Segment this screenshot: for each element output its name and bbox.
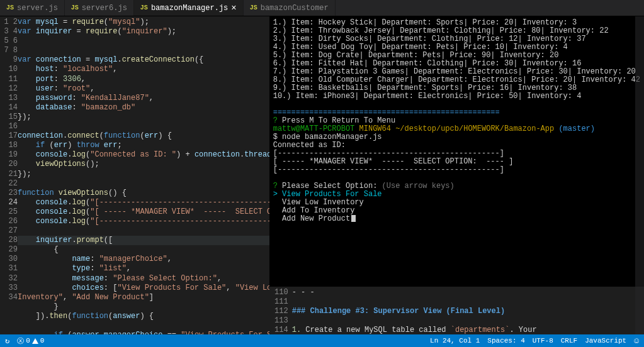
feedback-icon[interactable]: ☺ <box>634 336 639 346</box>
md-inline-code: `departments` <box>451 326 510 334</box>
menu-option-selected[interactable]: > View Products For Sale <box>273 190 382 199</box>
menu-option[interactable]: Add To Inventory <box>282 206 354 215</box>
terminal-box: [---------------------------------------… <box>273 149 504 158</box>
terminal-line: 6.) Item: Fitted Hat| Department: Clothi… <box>273 59 582 68</box>
md-line: - - - <box>292 288 315 297</box>
js-icon: JS <box>6 4 14 11</box>
prompt-path: ~/desktop/upcb/HOMEWORK/Bamazon-App <box>395 124 554 133</box>
tab-bamazon-manager[interactable]: JS bamazonManager.js × <box>134 0 244 16</box>
terminal-line: 1.) Item: Hockey Stick| Department: Spor… <box>273 18 577 27</box>
cursor-position[interactable]: Ln 24, Col 1 <box>430 337 480 344</box>
encoding[interactable]: UTF-8 <box>533 337 553 344</box>
terminal-line: 4.) Item: Used Dog Toy| Department: Pets… <box>273 43 568 52</box>
select-option-label: Please Select Option: <box>282 182 377 190</box>
error-icon: ⓧ <box>17 336 24 346</box>
md-heading: ### Challenge #3: Supervisor View (Final… <box>292 307 505 316</box>
question-mark-icon: ? <box>273 182 278 190</box>
scrollbar[interactable] <box>635 16 644 338</box>
md-gutter: 110 111 112 113 114 <box>269 287 292 338</box>
tab-label: bamazonManager.js <box>151 4 228 13</box>
prompt-user: mattw@MATT-PCROBOT <box>273 124 355 133</box>
menu-option[interactable]: Add New Product <box>282 214 356 223</box>
md-list-num: 1. <box>292 326 301 334</box>
language-mode[interactable]: JavaScript <box>585 337 626 344</box>
warning-icon <box>32 338 38 344</box>
terminal-line: 7.) Item: Playstation 3 Games| Departmen… <box>273 67 636 76</box>
terminal-box: [---------------------------------------… <box>273 165 504 174</box>
hint-text: (Use arrow keys) <box>382 182 455 190</box>
terminal-box: [ ----- *MANAGER VIEW* ----- SELECT OPTI… <box>273 157 514 166</box>
right-pane: 1.) Item: Hockey Stick| Department: Spor… <box>269 16 644 338</box>
tab-bamazon-customer[interactable]: JS bamazonCustomer <box>244 0 336 16</box>
tab-label: server6.js <box>82 4 127 13</box>
terminal[interactable]: 1.) Item: Hockey Stick| Department: Spor… <box>269 16 644 287</box>
terminal-line: 9.) Item: Basketballs| Department: Sport… <box>273 84 577 92</box>
markdown-pane[interactable]: 110 111 112 113 114 - - - ### Challenge … <box>269 287 644 338</box>
md-text: . Your <box>509 326 536 334</box>
editor-pane[interactable]: 1 2 3 4 5 6 7 8 9 10 11 12 13 14 15 16 1… <box>0 16 269 338</box>
tab-label: server.js <box>17 4 58 13</box>
menu-option[interactable]: View Low Inventory <box>282 198 364 207</box>
main-split: 1 2 3 4 5 6 7 8 9 10 11 12 13 14 15 16 1… <box>0 16 644 338</box>
terminal-line: 2.) Item: Throwback Jersey| Department: … <box>273 26 609 35</box>
terminal-line: 8.) Item: Old Computer Charger| Departme… <box>273 75 640 84</box>
md-text: Create a new MySQL table called <box>301 326 451 334</box>
md-code[interactable]: - - - ### Challenge #3: Supervisor View … <box>292 287 644 338</box>
sync-button[interactable]: ↻ <box>5 336 9 346</box>
tab-server-js[interactable]: JS server.js <box>0 0 65 16</box>
terminal-line: 10.) Item: iPhone3| Department: Electron… <box>273 92 582 101</box>
question-mark-icon: ? <box>273 116 278 125</box>
tab-server6-js[interactable]: JS server6.js <box>65 0 134 16</box>
press-m-prompt: Press M To Return To Menu <box>282 116 395 125</box>
sync-icon: ↻ <box>5 336 9 346</box>
tab-bar: JS server.js JS server6.js JS bamazonMan… <box>0 0 644 16</box>
problems-button[interactable]: ⓧ0 0 <box>17 336 44 346</box>
terminal-command: $ node bamazonManager.js <box>273 133 382 141</box>
terminal-line: 5.) Item: Dog Crate| Department: Pets| P… <box>273 51 559 60</box>
js-icon: JS <box>140 4 148 11</box>
status-bar: ↻ ⓧ0 0 Ln 24, Col 1 Spaces: 4 UTF-8 CRLF… <box>0 334 644 347</box>
code-area[interactable]: var mysql = require("mysql"); var inquir… <box>18 16 269 338</box>
terminal-line: 3.) Item: Dirty Socks| Department: Cloth… <box>273 35 586 43</box>
line-gutter: 1 2 3 4 5 6 7 8 9 10 11 12 13 14 15 16 1… <box>0 16 18 338</box>
tab-label: bamazonCustomer <box>261 4 329 13</box>
indent-setting[interactable]: Spaces: 4 <box>487 337 524 344</box>
terminal-divider: ========================================… <box>273 108 500 117</box>
prompt-sys: MINGW64 <box>359 124 391 133</box>
terminal-connected: Connected as ID: <box>273 141 346 150</box>
dirty-indicator-icon[interactable]: × <box>231 4 236 13</box>
eol[interactable]: CRLF <box>561 337 577 344</box>
js-icon: JS <box>250 4 257 11</box>
js-icon: JS <box>71 4 79 11</box>
prompt-branch: (master) <box>558 124 595 133</box>
